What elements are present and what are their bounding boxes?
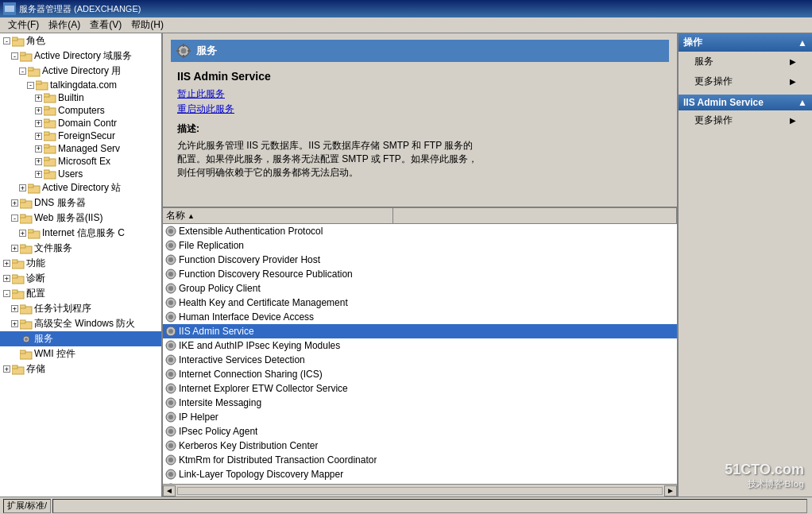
svg-rect-29 [20,214,25,218]
tree-item-ad-domain[interactable]: - Active Directory 域服务 [0,48,161,64]
expand-ad-user[interactable]: - [19,68,26,75]
expand-dns[interactable]: + [11,199,18,207]
stop-service-link[interactable]: 暂止此服务 [177,87,663,101]
expand-internet-info[interactable]: + [19,230,26,237]
tree-item-services[interactable]: 服务 [0,331,161,346]
service-row[interactable]: Intersite Messaging [163,396,677,410]
right-item-services[interactable]: 服务 ▶ [679,52,812,71]
tree-item-microsoft-ex[interactable]: + Microsoft Ex [0,155,161,168]
service-row[interactable]: Link-Layer Topology Discovery Mapper [163,467,677,481]
tree-item-firewall[interactable]: + 高级安全 Windows 防火 [0,316,161,331]
expand-storage[interactable]: + [3,365,10,373]
svg-rect-9 [36,81,41,84]
service-row[interactable]: KtmRm for Distributed Transaction Coordi… [163,453,677,467]
tree-item-features[interactable]: + 功能 [0,256,161,271]
menu-action[interactable]: 操作(A) [44,17,85,33]
right-item-iis-more[interactable]: 更多操作 ▶ [679,110,812,130]
right-item-iis-more-label: 更多操作 [694,114,733,127]
service-row[interactable]: Internet Explorer ETW Collector Service [163,381,677,396]
folder-icon [20,213,33,224]
collapse-iis-icon[interactable]: ▲ [798,97,807,108]
tree-item-task-sched[interactable]: + 任务计划程序 [0,301,161,316]
expand-firewall[interactable]: + [11,320,18,327]
right-item-services-label: 服务 [694,55,713,68]
service-row[interactable]: IP Helper [163,410,677,424]
service-row[interactable]: Internet Connection Sharing (ICS) [163,367,677,381]
service-row[interactable]: Kerberos Key Distribution Center [163,439,677,453]
col-header-desc[interactable] [393,208,677,223]
services-panel-title: 服务 [196,44,217,58]
menu-help[interactable]: 帮助(H) [126,17,168,33]
svg-rect-47 [20,350,25,354]
status-bar: 扩展/标准/ [0,497,812,514]
expand-ad-site[interactable]: + [19,184,26,191]
expand-features[interactable]: + [3,260,10,267]
svg-point-87 [168,443,173,448]
scroll-right-btn[interactable]: ► [664,485,677,497]
expand-users[interactable]: + [35,171,42,178]
tree-item-roles[interactable]: - 角色 [0,33,161,48]
expand-config[interactable]: - [3,290,10,297]
service-row[interactable]: Extensible Authentication Protocol [163,224,677,238]
expand-diagnostics[interactable]: + [3,275,10,282]
service-row[interactable]: File Replication [163,238,677,253]
col-header-name[interactable]: 名称 ▲ [163,208,393,223]
service-row[interactable]: Group Policy Client [163,281,677,296]
horizontal-scrollbar[interactable]: ◄ ► [163,484,677,497]
tree-item-talkingdata[interactable]: - talkingdata.com [0,79,161,91]
tree-item-diagnostics[interactable]: + 诊断 [0,271,161,286]
expand-talkingdata[interactable]: - [27,82,34,89]
expand-web-iis[interactable]: - [11,214,18,222]
right-item-more-ops[interactable]: 更多操作 ▶ [679,71,812,91]
service-row[interactable]: Function Discovery Provider Host [163,253,677,267]
service-row[interactable]: Health Key and Certificate Management [163,296,677,310]
folder-icon [12,258,25,269]
service-row[interactable]: Human Interface Device Access [163,310,677,324]
svg-rect-33 [20,245,25,248]
right-section-header-iis: IIS Admin Service ▲ [679,95,812,110]
tree-item-computers[interactable]: + Computers [0,104,161,117]
expand-domain-contr[interactable]: + [35,120,42,127]
tree-item-config[interactable]: - 配置 [0,286,161,301]
service-row[interactable]: IPsec Policy Agent [163,424,677,439]
expand-managed-serv[interactable]: + [35,145,42,153]
service-row[interactable]: IKE and AuthIP IPsec Keying Modules [163,338,677,353]
services-body[interactable]: Extensible Authentication ProtocolFile R… [163,224,677,484]
menu-file[interactable]: 文件(F) [3,17,44,33]
tree-item-web-iis[interactable]: - Web 服务器(IIS) [0,211,161,226]
menu-view[interactable]: 查看(V) [85,17,126,33]
tree-item-ad-user[interactable]: - Active Directory 用 [0,64,161,79]
expand-roles[interactable]: - [3,37,10,44]
scroll-left-btn[interactable]: ◄ [163,485,176,497]
tree-item-foreignsecur[interactable]: + ForeignSecur [0,129,161,142]
expand-foreignsecur[interactable]: + [35,133,42,140]
app-icon [3,2,16,15]
folder-icon [44,156,56,167]
svg-rect-3 [12,37,17,41]
expand-task-sched[interactable]: + [11,305,18,312]
service-row[interactable]: Function Discovery Resource Publication [163,267,677,281]
tree-item-internet-info[interactable]: + Internet 信息服务 C [0,226,161,241]
services-header-row: 名称 ▲ [163,208,677,224]
tree-item-domain-contr[interactable]: + Domain Contr [0,117,161,129]
window-title: 服务器管理器 (ADEXCHANGE) [19,3,141,15]
tree-item-dns[interactable]: + DNS 服务器 [0,195,161,211]
expand-computers[interactable]: + [35,107,42,114]
tree-item-storage[interactable]: + 存储 [0,361,161,377]
tree-item-ad-site[interactable]: + Active Directory 站 [0,180,161,195]
tree-item-builtin[interactable]: + Builtin [0,91,161,104]
tree-item-users[interactable]: + Users [0,168,161,180]
tree-item-wmi[interactable]: WMI 控件 [0,346,161,361]
tree-item-file-service[interactable]: + 文件服务 [0,241,161,256]
svg-rect-21 [44,157,49,160]
expand-builtin[interactable]: + [35,95,42,102]
expand-ad-domain[interactable]: - [11,52,18,60]
expand-file-service[interactable]: + [11,245,18,252]
service-row-name: KtmRm for Distributed Transaction Coordi… [179,454,377,466]
service-row[interactable]: IIS Admin Service [163,324,677,338]
expand-microsoft-ex[interactable]: + [35,158,42,165]
restart-service-link[interactable]: 重启动此服务 [177,102,663,116]
collapse-ops-icon[interactable]: ▲ [798,37,807,48]
service-row[interactable]: Interactive Services Detection [163,353,677,367]
tree-item-managed-serv[interactable]: + Managed Serv [0,142,161,155]
